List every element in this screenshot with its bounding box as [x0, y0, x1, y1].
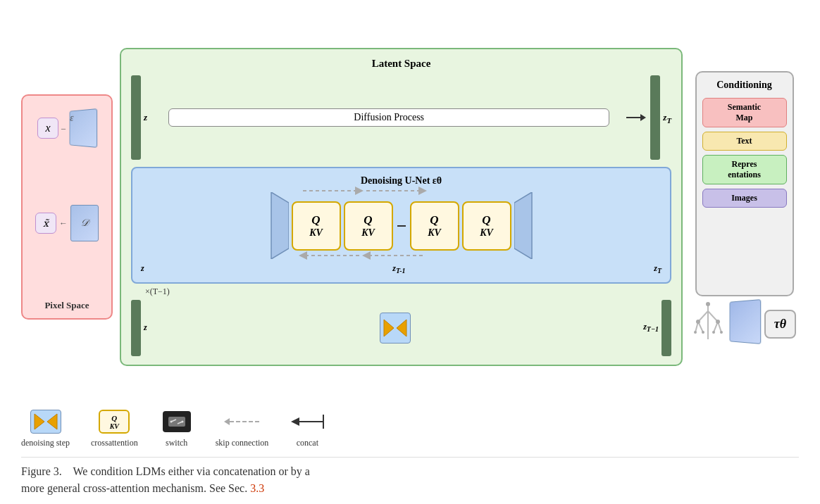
unet-box: Denoising U-Net εθ Q KV Q KV	[131, 167, 671, 283]
svg-point-19	[702, 331, 704, 334]
left-vert-bar-top	[131, 75, 141, 160]
right-vert-bar-bottom	[661, 300, 671, 356]
caption-reference: 3.3	[250, 482, 264, 494]
bowtie-icon-diagram	[380, 313, 411, 344]
switch-legend-box	[163, 411, 191, 432]
left-vert-bar-bottom	[131, 300, 141, 356]
legend-concat: concat	[290, 408, 325, 448]
zt-label-top: zT	[663, 112, 671, 125]
svg-point-18	[694, 331, 697, 334]
x-symbol: x	[37, 118, 58, 139]
svg-point-17	[716, 320, 720, 324]
right-vert-bar-top	[650, 75, 660, 160]
tau-row: τθ	[692, 301, 796, 343]
legend-concat-label: concat	[297, 438, 318, 448]
times-label-row: ×(T−1)	[131, 286, 671, 297]
cond-representations: Representations	[702, 155, 787, 184]
cond-images: Images	[702, 189, 787, 208]
legend-denoising-step: denoising step	[21, 408, 70, 448]
z-label-top: z	[144, 112, 147, 123]
svg-point-21	[720, 331, 723, 334]
caption-text: Figure 3. We condition LDMs either via c…	[21, 465, 310, 494]
legend-skip-icon	[224, 408, 259, 435]
svg-point-26	[170, 421, 172, 423]
svg-marker-7	[397, 320, 406, 336]
concat-arrow-container	[288, 411, 327, 432]
conditioning-box: Conditioning SemanticMap Text Representa…	[695, 71, 794, 296]
svg-line-9	[698, 311, 708, 322]
conditioning-title: Conditioning	[702, 80, 787, 91]
z-bottom-label: z	[141, 263, 144, 275]
svg-marker-6	[384, 320, 394, 336]
latent-space-box: Latent Space z Diffusion Process	[120, 48, 683, 365]
diagram-area: x – ε x̃ ← 𝒟 Pixel Space Latent	[21, 14, 799, 400]
decoder-shape: 𝒟	[70, 205, 99, 241]
decoder-block: x̃ ← 𝒟	[35, 205, 99, 241]
concat-svg	[288, 411, 327, 432]
encoder-shape: ε	[70, 108, 98, 148]
unet-inner: Q KV Q KV Q KV Q KV	[264, 192, 539, 259]
crossattn-legend-box: Q KV	[99, 410, 130, 434]
legend-row: denoising step Q KV crossattention	[21, 403, 799, 454]
zt1-bottom-right: zT−1	[643, 322, 659, 333]
conditioning-image-rect	[729, 299, 761, 344]
svg-point-20	[712, 331, 715, 334]
svg-point-15	[706, 302, 710, 306]
legend-denoising-label: denoising step	[21, 438, 70, 448]
legend-crossattn-icon: Q KV	[97, 408, 132, 435]
encoder-block: x – ε	[37, 110, 97, 146]
unet-bottom-labels: z zT-1 zT	[139, 263, 663, 275]
zt-bottom-right: zT	[654, 263, 661, 275]
main-container: x – ε x̃ ← 𝒟 Pixel Space Latent	[0, 0, 820, 504]
legend-skip-connection: skip connection	[216, 408, 269, 448]
skip-arrow-container	[224, 418, 259, 425]
switch-inner-svg	[170, 418, 184, 425]
bowtie-svg	[383, 318, 408, 338]
cond-semantic-map: SemanticMap	[702, 98, 787, 127]
svg-marker-23	[47, 414, 57, 429]
z-bottom-left: z	[144, 322, 147, 333]
legend-crossattn-label: crossattention	[91, 438, 138, 448]
svg-line-10	[708, 311, 718, 322]
diffusion-process-row: z Diffusion Process zT	[131, 75, 671, 160]
caption: Figure 3. We condition LDMs either via c…	[21, 457, 799, 497]
legend-crossattn: Q KV crossattention	[91, 408, 138, 448]
bowtie-legend-svg	[34, 413, 58, 430]
svg-point-27	[181, 421, 183, 423]
legend-switch-icon	[159, 408, 194, 435]
tree-icon	[692, 301, 724, 343]
zt-bottom-label: zT-1	[392, 263, 405, 275]
svg-marker-22	[35, 414, 44, 429]
diffusion-process-box: Diffusion Process	[168, 108, 609, 127]
bottom-bars-row: z zT−1	[131, 300, 671, 356]
legend-skip-label: skip connection	[216, 438, 269, 448]
legend-concat-icon	[290, 408, 325, 435]
pixel-space-box: x – ε x̃ ← 𝒟 Pixel Space	[21, 94, 113, 320]
diffusion-arrow	[626, 114, 646, 121]
bottom-right-group: zT−1	[643, 300, 671, 356]
bottom-left-group: z	[131, 300, 147, 356]
legend-switch-label: switch	[166, 438, 187, 448]
legend-switch: switch	[159, 408, 194, 448]
latent-space-title: Latent Space	[131, 58, 671, 70]
skip-arrows-svg	[264, 185, 539, 263]
cond-text: Text	[702, 132, 787, 151]
x-tilde-symbol: x̃	[35, 213, 56, 234]
pixel-space-label: Pixel Space	[44, 300, 89, 311]
tau-block: τθ	[764, 310, 796, 339]
legend-denoising-icon	[28, 408, 63, 435]
right-panel: Conditioning SemanticMap Text Representa…	[690, 71, 799, 343]
svg-point-16	[696, 320, 700, 324]
diffusion-arrow-row: Diffusion Process	[154, 108, 646, 127]
times-t1-label: ×(T−1)	[145, 286, 170, 297]
